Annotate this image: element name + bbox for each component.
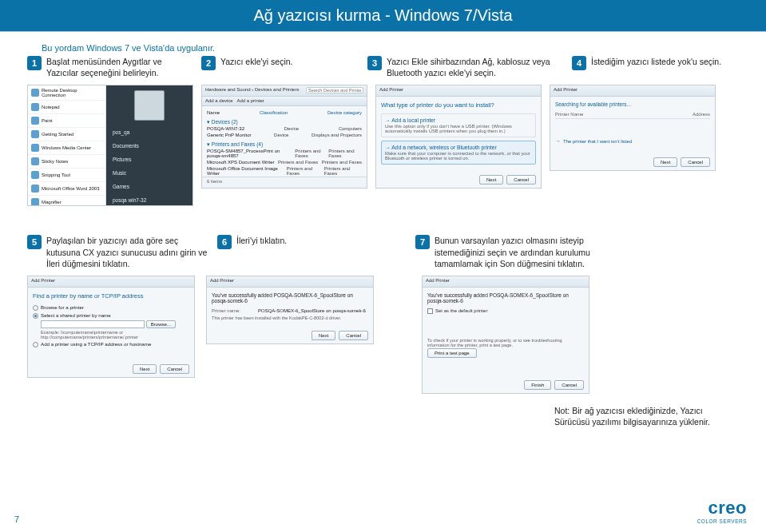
page-title: Ağ yazıcısı kurma - Windows 7/Vista	[253, 6, 512, 25]
window-titlebar: Add Printer	[28, 276, 194, 288]
app-icon	[31, 144, 39, 152]
app-icon	[31, 103, 39, 111]
start-item-label: Microsoft Office Word 2003	[42, 186, 99, 191]
checkbox-icon	[427, 308, 433, 314]
searching-label: Searching for available printers...	[555, 101, 710, 107]
cancel-button: Cancel	[554, 380, 584, 390]
radio-shared: Select a shared printer by name	[33, 312, 189, 319]
next-button: Next	[312, 331, 335, 340]
screenshots-row-1: Remote Desktop Connection Notepad Paint …	[0, 85, 766, 206]
steps-row-1: 1 Başlat menüsünden Aygıtlar ve Yazıcıla…	[0, 56, 766, 78]
wizard-footer: Next Cancel	[312, 331, 368, 340]
step-text: İstediğim yazıcı listede yok'u seçin.	[591, 56, 721, 78]
example-text: Example: \\computername\printername or h…	[41, 330, 189, 339]
col-cat: Device category	[327, 110, 362, 115]
wizard-footer: Next Cancel	[479, 175, 536, 185]
wizard-footer: Next Cancel	[653, 157, 710, 167]
app-icon	[31, 171, 39, 179]
start-item-label: Getting Started	[42, 132, 73, 137]
radio-icon	[33, 342, 38, 347]
start-item: Getting Started	[28, 128, 105, 141]
step-text: İleri'yi tıklatın.	[236, 235, 287, 269]
step-5: 5 Paylaşılan bir yazıcıyı ada göre seç k…	[27, 235, 211, 269]
screenshot-find-printer: Add Printer Find a printer by name or TC…	[27, 276, 195, 378]
window-titlebar: Add Printer	[207, 276, 373, 288]
app-icon	[31, 130, 39, 138]
start-item: Snipping Tool	[28, 169, 105, 182]
step-3: 3 Yazıcı Ekle sihirbazından Ağ, kablosuz…	[367, 56, 566, 78]
col-address: Address	[693, 112, 710, 117]
step-6: 6 İleri'yi tıklatın.	[217, 235, 361, 269]
screenshot-add-printer-type: Add Printer What type of printer do you …	[375, 85, 542, 189]
default-printer-checkbox: Set as the default printer	[427, 308, 584, 314]
wizard-body: What type of printer do you want to inst…	[376, 97, 541, 173]
start-item-label: Magnifier	[42, 200, 62, 204]
finish-button: Finish	[524, 380, 551, 390]
radio-label: Add a printer using a TCP/IP address or …	[41, 341, 151, 347]
app-icon	[31, 89, 39, 97]
group-devices: ▾ Devices (2)	[207, 119, 362, 125]
app-icon	[31, 198, 39, 206]
search-input	[306, 87, 363, 93]
start-item: Remote Desktop Connection	[28, 85, 105, 101]
success-message: You've successfully added POSQA-SOMEX-6_…	[427, 292, 584, 304]
label: Printer name:	[212, 308, 253, 313]
wizard-footer: Next Cancel	[133, 364, 189, 374]
radio-icon	[33, 313, 38, 319]
next-button: Next	[653, 157, 677, 167]
cancel-button: Cancel	[339, 331, 368, 340]
wizard-question: What type of printer do you want to inst…	[381, 101, 536, 109]
group-printers: ▾ Printers and Faxes (4)	[207, 141, 362, 148]
step-badge: 7	[415, 235, 430, 249]
printer-row: POSQA-SM4857_ProcessPrint on posqa-sm485…	[207, 148, 362, 159]
wizard-body: You've successfully added POSQA-SOMEX-6_…	[207, 288, 373, 325]
step-badge: 1	[27, 56, 42, 70]
logo-word: creo	[697, 498, 747, 518]
checkbox-label: Set as the default printer	[435, 308, 487, 313]
radio-browse: Browse for a printer	[33, 304, 189, 311]
cancel-button: Cancel	[160, 364, 189, 374]
device-row: POSQA-WIN7-32DeviceComputers	[207, 125, 362, 132]
app-icon	[31, 185, 39, 193]
shared-name-input	[41, 320, 145, 328]
screenshot-start-menu: Remote Desktop Connection Notepad Paint …	[27, 85, 193, 206]
start-right-item: Games	[106, 180, 192, 193]
step-7: 7 Bunun varsayılan yazıcı olmasını istey…	[415, 235, 612, 269]
cancel-button: Cancel	[681, 157, 710, 167]
window-title: Add Printer	[31, 278, 55, 283]
window-title: Add Printer	[554, 87, 577, 92]
toolbar: Add a device Add a printer	[202, 97, 367, 106]
window-titlebar: Add Printer	[376, 85, 541, 97]
app-icon	[31, 157, 39, 165]
wizard-body: You've successfully added POSQA-SOMEX-6_…	[423, 288, 589, 360]
step-4: 4 İstediğim yazıcı listede yok'u seçin.	[572, 56, 748, 78]
page-header: Ağ yazıcısı kurma - Windows 7/Vista	[0, 0, 766, 32]
start-item-label: Snipping Tool	[42, 173, 70, 177]
not-listed-label: The printer that I want isn't listed	[563, 139, 632, 144]
cancel-button: Cancel	[506, 175, 536, 185]
step-badge: 4	[572, 56, 586, 70]
step-text: Yazıcı ekle'yi seçin.	[220, 56, 293, 78]
start-item-label: Notepad	[42, 105, 60, 109]
step-badge: 6	[217, 235, 232, 249]
step-badge: 2	[201, 56, 216, 70]
wizard-body: Find a printer by name or TCP/IP address…	[28, 288, 194, 354]
value: POSQA-SOMEX-6_SpoolStore on posqa-somek-…	[258, 308, 366, 313]
option-desc: Make sure that your computer is connecte…	[385, 151, 532, 161]
group-devices-label: Devices (2)	[212, 119, 238, 125]
success-message: You've successfully added POSQA-SOMEX-6_…	[212, 292, 368, 304]
start-right-pane: pos_qa Documents Pictures Music Games po…	[106, 85, 192, 205]
printer-row: Microsoft XPS Document WriterPrinters an…	[207, 159, 362, 165]
start-right-item: Music	[106, 166, 192, 180]
step-2: 2 Yazıcı ekle'yi seçin.	[201, 56, 361, 78]
step-badge: 5	[27, 235, 42, 249]
start-right-item: posqa win7-32	[106, 193, 192, 206]
brand-logo: creo COLOR SERVERS	[697, 498, 747, 524]
window-title: Add Printer	[210, 278, 234, 283]
next-button: Next	[133, 364, 157, 374]
test-page-button: Print a test page	[427, 348, 477, 358]
start-item: Microsoft Office Word 2003	[28, 182, 105, 196]
radio-icon	[33, 305, 38, 311]
browse-button: Browse...	[146, 320, 176, 328]
start-item: Notepad	[28, 101, 105, 114]
